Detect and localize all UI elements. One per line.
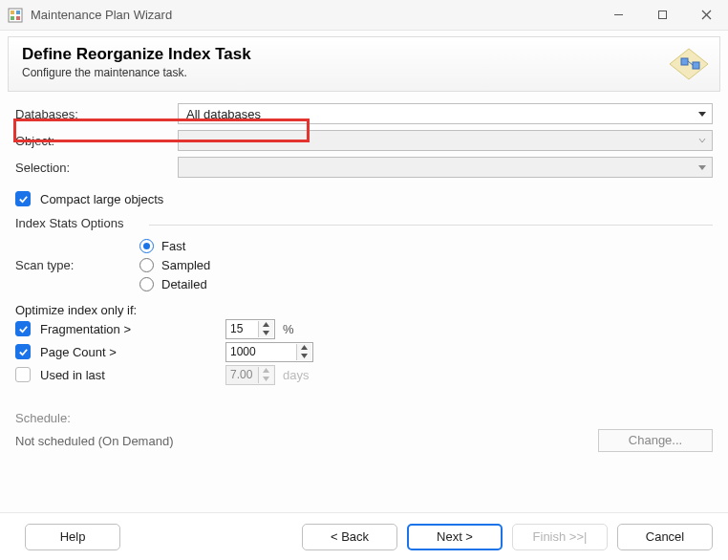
help-button[interactable]: Help [25,524,120,550]
svg-rect-3 [11,16,14,20]
usedinlast-checkbox[interactable] [15,367,31,382]
scan-detailed-label: Detailed [161,277,207,291]
svg-marker-17 [301,345,308,350]
page-title: Define Reorganize Index Task [22,45,706,64]
schedule-label: Schedule: [15,411,713,425]
fragmentation-checkbox[interactable] [15,321,31,336]
svg-marker-18 [301,354,308,358]
pagecount-checkbox[interactable] [15,344,31,359]
compact-label: Compact large objects [40,192,163,206]
svg-rect-10 [681,58,688,65]
minimize-button[interactable] [596,0,640,31]
compact-checkbox[interactable] [15,191,31,206]
chevron-down-icon [695,106,710,121]
footer: Help < Back Next > Finish >>| Cancel [0,512,728,560]
spinner-buttons[interactable] [258,321,273,337]
svg-marker-20 [263,377,269,381]
svg-marker-14 [698,165,706,170]
svg-rect-6 [658,11,666,19]
svg-rect-2 [16,11,20,14]
pagecount-label: Page Count > [40,345,117,359]
selection-dropdown[interactable] [178,157,713,178]
scan-fast-radio[interactable] [139,239,154,253]
chevron-down-icon [695,133,710,148]
usedinlast-label: Used in last [40,368,105,382]
page-subtitle: Configure the maintenance task. [22,66,706,79]
usedinlast-spinner: 7.00 [225,365,275,385]
chevron-down-icon [695,160,710,175]
frag-unit: % [283,322,294,336]
wizard-header: Define Reorganize Index Task Configure t… [8,36,720,92]
object-dropdown[interactable] [178,130,713,151]
scan-sampled-label: Sampled [161,258,210,272]
svg-marker-9 [670,49,708,79]
pagecount-spinner[interactable]: 1000 [225,342,313,362]
spinner-buttons [258,367,273,383]
scan-detailed-radio[interactable] [139,277,154,291]
databases-value: All databases [186,107,261,121]
titlebar: Maintenance Plan Wizard [0,0,728,31]
scan-type-label: Scan type: [15,258,139,272]
maximize-button[interactable] [640,0,684,31]
svg-rect-11 [693,62,699,69]
wizard-decor-icon [664,43,714,88]
svg-rect-4 [16,16,20,20]
scan-fast-label: Fast [161,239,185,253]
svg-marker-16 [263,331,269,335]
fragmentation-label: Fragmentation > [40,322,131,336]
close-button[interactable] [684,0,728,31]
scan-sampled-radio[interactable] [139,258,154,272]
svg-rect-1 [11,11,14,14]
index-stats-label: Index Stats Options [15,216,713,230]
app-icon [8,8,23,23]
change-button[interactable]: Change... [598,429,713,452]
used-unit: days [283,368,309,382]
finish-button: Finish >>| [512,524,608,550]
window-title: Maintenance Plan Wizard [31,8,172,22]
object-label: Object: [15,134,178,148]
databases-dropdown[interactable]: All databases [178,103,713,124]
svg-marker-19 [263,368,269,373]
optimize-title: Optimize index only if: [15,303,713,317]
schedule-value: Not scheduled (On Demand) [15,434,598,448]
selection-label: Selection: [15,161,178,175]
cancel-button[interactable]: Cancel [617,524,713,550]
svg-marker-15 [263,322,269,327]
content: Databases: All databases Object: Selecti… [0,92,728,452]
back-button[interactable]: < Back [302,524,397,550]
svg-marker-13 [698,112,706,117]
spinner-buttons[interactable] [296,344,311,360]
databases-label: Databases: [15,107,178,121]
next-button[interactable]: Next > [407,524,503,550]
fragmentation-spinner[interactable]: 15 [225,319,275,339]
